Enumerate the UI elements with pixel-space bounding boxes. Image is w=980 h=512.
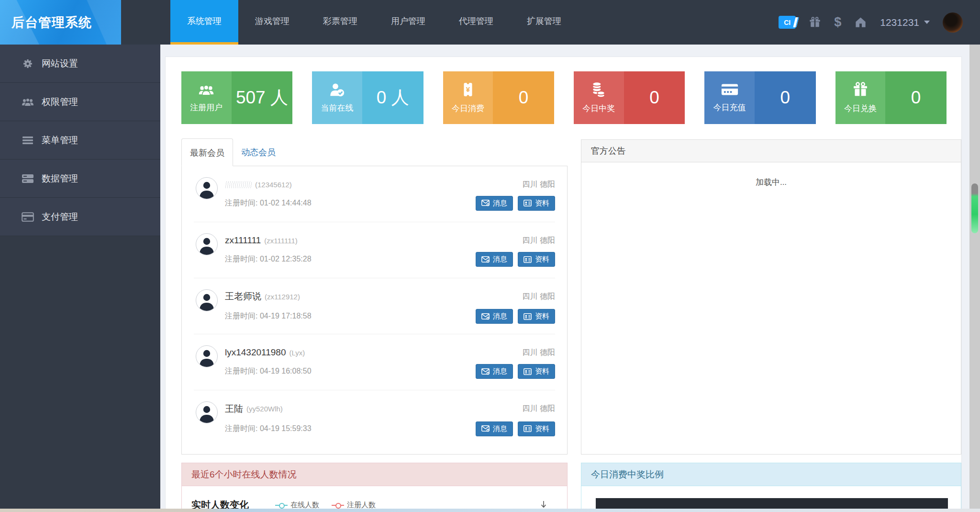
- nav-tab-lottery[interactable]: 彩票管理: [306, 0, 374, 45]
- profile-button[interactable]: 资料: [518, 252, 555, 267]
- member-avatar: [196, 233, 218, 255]
- stat-card-today-spend[interactable]: ¥ 今日消费 0: [443, 71, 554, 124]
- members-list: (12345612) 四川 德阳 注册时间: 01-02 14:44:48 消息: [181, 166, 568, 455]
- member-row: zx111111 (zx111111) 四川 德阳 注册时间: 01-02 12…: [194, 222, 555, 278]
- profile-button[interactable]: 资料: [518, 196, 555, 211]
- sidebar-item-payment[interactable]: 支付管理: [0, 198, 160, 236]
- stat-value: 0: [493, 71, 554, 124]
- gear-icon: [21, 58, 34, 69]
- profile-button[interactable]: 资料: [518, 364, 555, 379]
- ci-badge-icon[interactable]: CI: [779, 16, 796, 29]
- teal-line-marker-icon: [275, 503, 288, 508]
- reg-time-label: 注册时间:: [225, 367, 257, 375]
- message-button[interactable]: 消息: [476, 196, 513, 211]
- ratio-panel: 今日消费中奖比例: [581, 463, 961, 512]
- sidebar-item-label: 数据管理: [42, 172, 78, 185]
- tab-active-members[interactable]: 动态会员: [233, 138, 284, 166]
- users-icon: [21, 96, 34, 108]
- top-nav-tabs: 系统管理 游戏管理 彩票管理 用户管理 代理管理 扩展管理: [170, 0, 578, 45]
- members-panel: 最新会员 动态会员 (12345612): [181, 138, 568, 455]
- tab-latest-members[interactable]: 最新会员: [181, 138, 233, 166]
- profile-button[interactable]: 资料: [518, 309, 555, 324]
- sidebar-item-permissions[interactable]: 权限管理: [0, 83, 160, 121]
- envelope-icon: [481, 425, 490, 432]
- member-avatar: [196, 401, 218, 423]
- members-tabs: 最新会员 动态会员: [181, 138, 568, 166]
- app-title: 后台管理系统: [11, 14, 92, 31]
- nav-tab-game[interactable]: 游戏管理: [238, 0, 306, 45]
- admin-dashboard: 后台管理系统 系统管理 游戏管理 彩票管理 用户管理 代理管理 扩展管理 CI: [0, 0, 980, 512]
- svg-text:¥: ¥: [466, 85, 470, 93]
- member-username: (12345612): [255, 181, 292, 189]
- vertical-scrollbar[interactable]: [969, 45, 980, 509]
- ratio-panel-header: 今日消费中奖比例: [581, 463, 961, 486]
- sidebar-item-menu-manage[interactable]: 菜单管理: [0, 121, 160, 159]
- announcement-title: 官方公告: [581, 140, 961, 162]
- user-menu[interactable]: 1231231: [880, 17, 930, 28]
- credit-card-icon: [721, 82, 739, 99]
- member-name: 王老师说: [225, 290, 261, 303]
- stat-label: 今日兑换: [844, 103, 877, 114]
- id-card-icon: [523, 200, 532, 206]
- stat-card-today-recharge[interactable]: 今日充值 0: [704, 71, 815, 124]
- nav-tab-extension[interactable]: 扩展管理: [510, 0, 578, 45]
- message-button[interactable]: 消息: [476, 364, 513, 379]
- horizontal-scrollbar[interactable]: [0, 509, 980, 512]
- home-icon[interactable]: [854, 16, 867, 29]
- redacted-member-name: [225, 181, 252, 188]
- reg-time-value: 04-19 16:08:50: [260, 367, 312, 375]
- id-card-icon: [523, 425, 532, 432]
- stat-label: 今日中奖: [582, 103, 615, 114]
- member-location: 四川 德阳: [523, 180, 555, 190]
- online-users-panel: 最近6个小时在线人数情况 实时人数变化 在线人数 注册人数: [181, 463, 568, 512]
- sidebar-item-site-settings[interactable]: 网站设置: [0, 45, 160, 83]
- sidebar: 网站设置 权限管理: [0, 45, 160, 512]
- member-location: 四川 德阳: [523, 348, 555, 358]
- navbar-actions: CI $ 1231231: [779, 0, 963, 45]
- reg-time-value: 01-02 12:35:28: [260, 255, 312, 263]
- reg-time-label: 注册时间:: [225, 424, 257, 432]
- username-label: 1231231: [880, 17, 919, 28]
- online-users-panel-header: 最近6个小时在线人数情况: [182, 463, 567, 486]
- member-row: 王老师说 (zx112912) 四川 德阳 注册时间: 04-19 17:18:…: [194, 278, 555, 334]
- sidebar-item-data-manage[interactable]: 数据管理: [0, 159, 160, 198]
- nav-tab-system[interactable]: 系统管理: [170, 0, 238, 45]
- envelope-icon: [481, 368, 490, 375]
- red-line-marker-icon: [332, 503, 344, 508]
- stat-value: 0 人: [362, 71, 423, 124]
- message-button[interactable]: 消息: [476, 421, 513, 436]
- member-avatar: [196, 289, 218, 311]
- member-name: zx111111: [225, 235, 261, 246]
- gift-icon: [852, 81, 869, 100]
- chevron-down-icon: [924, 21, 930, 24]
- user-avatar[interactable]: [943, 12, 963, 33]
- nav-tab-user[interactable]: 用户管理: [374, 0, 442, 45]
- app-logo: 后台管理系统: [0, 0, 121, 45]
- profile-button[interactable]: 资料: [518, 421, 555, 436]
- dollar-icon[interactable]: $: [834, 15, 841, 30]
- gift-icon[interactable]: [809, 16, 821, 29]
- stat-card-registered-users[interactable]: 注册用户 507 人: [181, 71, 292, 124]
- stat-card-online-now[interactable]: 当前在线 0 人: [312, 71, 423, 124]
- member-location: 四川 德阳: [523, 404, 555, 414]
- message-button[interactable]: 消息: [476, 252, 513, 267]
- online-chart-header: 实时人数变化 在线人数 注册人数: [182, 486, 567, 512]
- member-location: 四川 德阳: [523, 292, 555, 302]
- message-button[interactable]: 消息: [476, 309, 513, 324]
- stat-cards: 注册用户 507 人: [181, 71, 947, 124]
- vertical-scrollbar-thumb[interactable]: [971, 183, 978, 233]
- id-card-icon: [523, 368, 532, 375]
- nav-tab-agent[interactable]: 代理管理: [442, 0, 510, 45]
- stat-card-today-winning[interactable]: 今日中奖 0: [574, 71, 685, 124]
- stat-card-today-redeem[interactable]: 今日兑换 0: [835, 71, 947, 124]
- member-username: (zx112912): [265, 293, 300, 301]
- member-avatar: [196, 177, 218, 199]
- reg-time-value: 01-02 14:44:48: [260, 199, 312, 207]
- stat-label: 当前在线: [321, 102, 354, 114]
- reg-time-label: 注册时间:: [225, 255, 257, 263]
- envelope-icon: [481, 200, 490, 206]
- announcement-loading: 加载中...: [581, 162, 961, 188]
- main-panel: 注册用户 507 人: [165, 57, 962, 512]
- member-avatar: [196, 345, 218, 367]
- member-name: lyx1432011980: [225, 347, 286, 358]
